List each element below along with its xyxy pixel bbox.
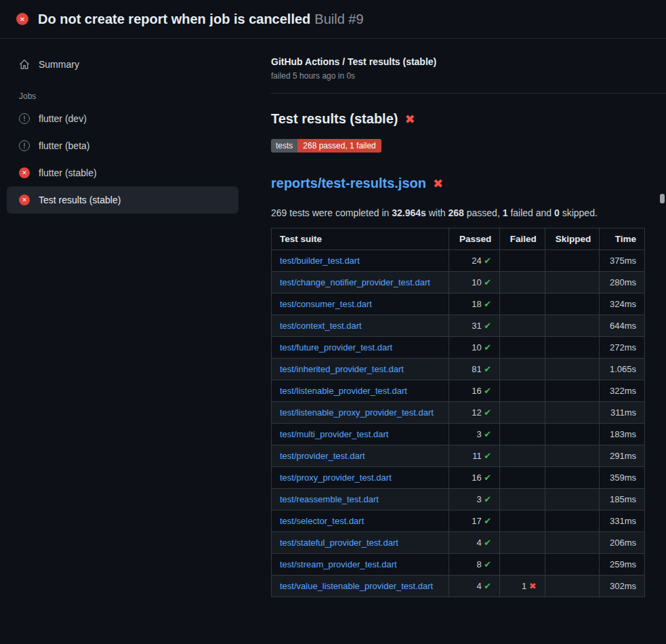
test-suite-link[interactable]: test/consumer_test.dart: [280, 299, 372, 309]
sidebar-item-summary[interactable]: Summary: [7, 51, 238, 78]
passed-cell: 16 ✔: [449, 467, 499, 489]
summary-failed: 1: [503, 207, 508, 218]
table-row: test/provider_test.dart11 ✔291ms: [272, 445, 645, 467]
suite-cell: test/proxy_provider_test.dart: [272, 467, 449, 489]
failed-cell: 1 ✖: [500, 576, 545, 597]
check-icon: ✔: [484, 321, 491, 331]
sidebar-item-flutter-dev[interactable]: !flutter (dev): [7, 105, 238, 132]
skipped-cell: [545, 294, 600, 315]
results-table: Test suitePassedFailedSkippedTime test/b…: [271, 228, 645, 597]
time-cell: 185ms: [600, 489, 645, 510]
test-suite-link[interactable]: test/proxy_provider_test.dart: [280, 472, 392, 483]
jobs-section-label: Jobs: [19, 92, 251, 101]
table-row: test/value_listenable_provider_test.dart…: [272, 576, 645, 597]
main-content: GitHub Actions / Test results (stable) f…: [271, 39, 645, 597]
test-suite-link[interactable]: test/reassemble_test.dart: [280, 494, 379, 504]
suite-cell: test/listenable_provider_test.dart: [272, 380, 449, 402]
section-heading: Test results (stable) ✖: [271, 111, 645, 127]
sidebar-item-flutter-stable[interactable]: ✕flutter (stable): [7, 159, 238, 186]
suite-cell: test/inherited_provider_test.dart: [272, 359, 449, 380]
sidebar-item-flutter-beta[interactable]: !flutter (beta): [7, 132, 238, 159]
suite-cell: test/builder_test.dart: [272, 250, 449, 272]
report-link[interactable]: reports/test-results.json: [271, 176, 426, 191]
suite-cell: test/reassemble_test.dart: [272, 489, 449, 510]
time-cell: 302ms: [600, 576, 645, 597]
passed-cell: 10 ✔: [449, 272, 499, 294]
test-suite-link[interactable]: test/listenable_provider_test.dart: [280, 386, 407, 396]
failed-cell: [500, 467, 545, 489]
sidebar-item-label: Test results (stable): [39, 195, 121, 205]
table-row: test/proxy_provider_test.dart16 ✔359ms: [272, 467, 645, 489]
test-suite-link[interactable]: test/inherited_provider_test.dart: [280, 364, 404, 374]
check-icon: ✔: [484, 277, 491, 287]
failed-cell: [500, 294, 545, 315]
passed-cell: 4 ✔: [449, 576, 499, 597]
time-cell: 280ms: [600, 272, 645, 294]
time-cell: 375ms: [600, 250, 645, 272]
suite-cell: test/listenable_proxy_provider_test.dart: [272, 402, 449, 424]
test-suite-link[interactable]: test/value_listenable_provider_test.dart: [280, 581, 433, 591]
table-row: test/selector_test.dart17 ✔331ms: [272, 510, 645, 532]
sidebar-item-test-results-stable[interactable]: ✕Test results (stable): [7, 186, 238, 214]
column-header: Test suite: [272, 228, 449, 250]
time-cell: 206ms: [600, 532, 645, 554]
check-icon: ✔: [484, 342, 491, 353]
failed-cell: [500, 250, 545, 272]
test-suite-link[interactable]: test/stream_provider_test.dart: [280, 559, 397, 569]
passed-cell: 3 ✔: [449, 489, 499, 510]
suite-cell: test/multi_provider_test.dart: [272, 424, 449, 445]
jobs-list: !flutter (dev)!flutter (beta)✕flutter (s…: [7, 105, 251, 214]
time-cell: 1.065s: [600, 359, 645, 380]
check-run-header: ✕ Do not create report when job is cance…: [0, 0, 666, 39]
skipped-cell: [545, 250, 600, 272]
passed-cell: 4 ✔: [449, 532, 499, 554]
sidebar-item-label: flutter (beta): [39, 140, 89, 151]
neutral-circle-icon: !: [19, 140, 30, 151]
passed-cell: 3 ✔: [449, 424, 499, 445]
time-cell: 259ms: [600, 554, 645, 576]
failed-cell: [500, 359, 545, 380]
test-suite-link[interactable]: test/provider_test.dart: [280, 451, 365, 461]
table-row: test/future_provider_test.dart10 ✔272ms: [272, 337, 645, 359]
table-row: test/stateful_provider_test.dart4 ✔206ms: [272, 532, 645, 554]
test-suite-link[interactable]: test/builder_test.dart: [280, 256, 360, 266]
test-suite-link[interactable]: test/multi_provider_test.dart: [280, 429, 388, 439]
skipped-cell: [545, 445, 600, 467]
skipped-cell: [545, 402, 600, 424]
table-row: test/change_notifier_provider_test.dart1…: [272, 272, 645, 294]
suite-cell: test/selector_test.dart: [272, 510, 449, 532]
test-suite-link[interactable]: test/listenable_proxy_provider_test.dart: [280, 407, 434, 418]
x-icon: ✖: [529, 581, 537, 591]
test-suite-link[interactable]: test/change_notifier_provider_test.dart: [280, 277, 430, 287]
skipped-cell: [545, 554, 600, 576]
test-suite-link[interactable]: test/context_test.dart: [280, 321, 362, 331]
scrollbar-thumb[interactable]: [660, 194, 665, 203]
skipped-cell: [545, 424, 600, 445]
test-suite-link[interactable]: test/future_provider_test.dart: [280, 342, 392, 353]
failed-cell: [500, 510, 545, 532]
section-heading-text: Test results (stable): [271, 111, 398, 127]
test-suite-link[interactable]: test/stateful_provider_test.dart: [280, 538, 398, 548]
table-row: test/listenable_proxy_provider_test.dart…: [272, 402, 645, 424]
summary-passed: 268: [449, 207, 464, 218]
page-title: Do not create report when job is cancell…: [38, 12, 364, 27]
column-header: Failed: [500, 228, 545, 250]
table-row: test/reassemble_test.dart3 ✔185ms: [272, 489, 645, 510]
passed-cell: 12 ✔: [449, 402, 499, 424]
passed-cell: 31 ✔: [449, 315, 499, 337]
tests-badge: tests 268 passed, 1 failed: [271, 139, 381, 153]
table-row: test/builder_test.dart24 ✔375ms: [272, 250, 645, 272]
check-icon: ✔: [484, 472, 491, 483]
time-cell: 322ms: [600, 380, 645, 402]
table-row: test/listenable_provider_test.dart16 ✔32…: [272, 380, 645, 402]
check-icon: ✔: [484, 538, 491, 548]
summary-skipped: 0: [554, 207, 560, 218]
table-row: test/context_test.dart31 ✔644ms: [272, 315, 645, 337]
check-icon: ✔: [484, 407, 491, 418]
skipped-cell: [545, 467, 600, 489]
check-icon: ✔: [484, 451, 491, 461]
suite-cell: test/value_listenable_provider_test.dart: [272, 576, 449, 597]
test-suite-link[interactable]: test/selector_test.dart: [280, 516, 364, 526]
column-header: Skipped: [545, 228, 600, 250]
skipped-cell: [545, 489, 600, 510]
